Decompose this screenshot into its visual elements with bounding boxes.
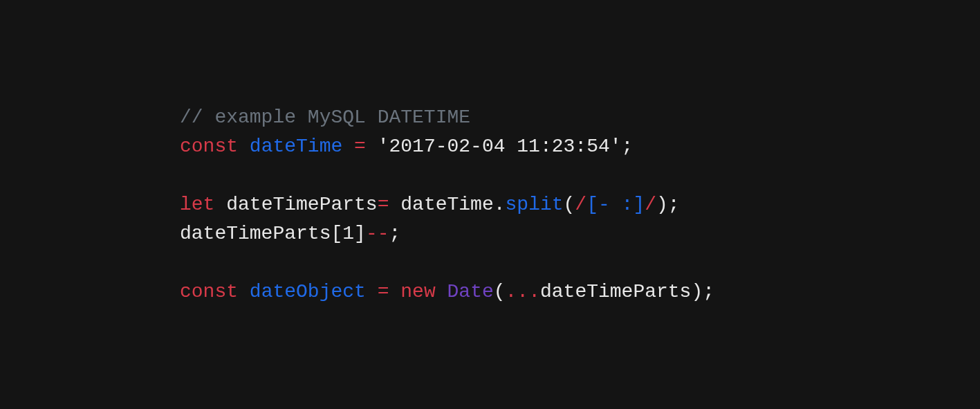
keyword-let: let	[180, 194, 214, 215]
class-name: Date	[447, 281, 494, 302]
keyword-const: const	[180, 136, 238, 157]
variable-name: dateTime	[250, 136, 342, 157]
code-snippet: // example MySQL DATETIME const dateTime…	[180, 103, 714, 307]
paren-open: (	[494, 281, 506, 302]
method-name: split	[506, 194, 564, 215]
bracket-close: ]	[354, 223, 366, 244]
variable-name: dateTimeParts	[226, 194, 377, 215]
paren-open: (	[564, 194, 575, 215]
number-literal: 1	[342, 223, 354, 244]
space	[436, 281, 447, 302]
keyword-const: const	[180, 281, 238, 302]
space	[366, 136, 378, 157]
operator-decrement: --	[366, 223, 389, 244]
operator-equals: =	[378, 194, 389, 215]
dot: .	[494, 194, 506, 215]
space	[342, 136, 354, 157]
operator-equals: =	[378, 281, 389, 302]
code-text: dateTimeParts[	[180, 223, 342, 244]
space	[389, 281, 400, 302]
object-ref: dateTime	[400, 194, 493, 215]
regex-slash: /	[575, 194, 586, 215]
semicolon: ;	[389, 223, 400, 244]
paren-close: )	[691, 281, 703, 302]
variable-name: dateObject	[250, 281, 366, 302]
semicolon: ;	[668, 194, 680, 215]
space	[238, 281, 250, 302]
paren-close: )	[656, 194, 668, 215]
keyword-new: new	[400, 281, 435, 302]
code-comment: // example MySQL DATETIME	[180, 107, 470, 128]
string-literal: '2017-02-04 11:23:54'	[378, 136, 622, 157]
argument: dateTimeParts	[540, 281, 691, 302]
space	[214, 194, 226, 215]
space	[366, 281, 378, 302]
semicolon: ;	[703, 281, 714, 302]
spread-operator: ...	[506, 281, 540, 302]
regex-slash: /	[645, 194, 656, 215]
semicolon: ;	[622, 136, 634, 157]
space	[238, 136, 250, 157]
operator-equals: =	[354, 136, 366, 157]
space	[389, 194, 400, 215]
regex-charclass: [- :]	[586, 194, 645, 215]
